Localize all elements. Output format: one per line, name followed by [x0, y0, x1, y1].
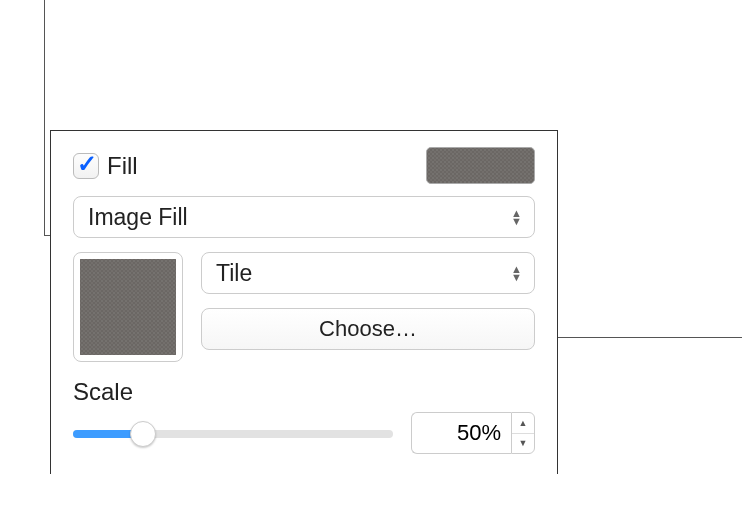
scale-value-input[interactable] — [411, 412, 511, 454]
fill-type-value: Image Fill — [88, 204, 188, 231]
fill-header-row: Fill — [73, 147, 535, 184]
choose-image-button-label: Choose… — [319, 316, 417, 342]
image-fill-right-column: Tile Choose… — [201, 252, 535, 362]
fill-color-swatch[interactable] — [426, 147, 535, 184]
image-fill-scale-mode-popup[interactable]: Tile — [201, 252, 535, 294]
updown-chevron-icon — [511, 209, 522, 225]
fill-type-popup[interactable]: Image Fill — [73, 196, 535, 238]
fill-checkbox-label: Fill — [107, 152, 138, 180]
image-fill-thumbnail — [80, 259, 176, 355]
image-fill-thumbnail-well[interactable] — [73, 252, 183, 362]
choose-image-button[interactable]: Choose… — [201, 308, 535, 350]
scale-value-field: ▲ ▼ — [411, 412, 535, 454]
fill-checkbox-group: Fill — [73, 152, 138, 180]
stepper-up-icon[interactable]: ▲ — [512, 413, 534, 434]
stepper-down-icon[interactable]: ▼ — [512, 434, 534, 454]
fill-checkbox[interactable] — [73, 153, 99, 179]
slider-thumb[interactable] — [130, 421, 156, 447]
image-fill-scale-mode-value: Tile — [216, 260, 252, 287]
callout-line-to-fill-type — [44, 0, 45, 235]
fill-inspector-panel: Fill Image Fill Tile Choose… Scale — [50, 130, 558, 474]
image-fill-row: Tile Choose… — [73, 252, 535, 362]
updown-chevron-icon — [511, 265, 522, 281]
scale-stepper[interactable]: ▲ ▼ — [511, 412, 535, 454]
scale-row: ▲ ▼ — [73, 412, 535, 454]
scale-label: Scale — [73, 378, 535, 406]
scale-slider[interactable] — [73, 415, 393, 451]
